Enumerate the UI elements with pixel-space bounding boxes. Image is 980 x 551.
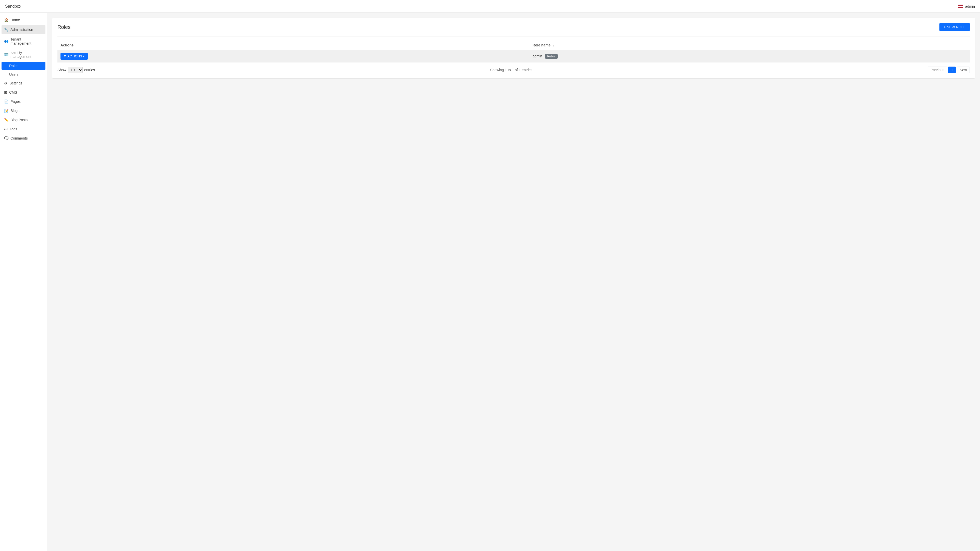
sort-icon: ↕ bbox=[552, 44, 554, 47]
sidebar-item-users[interactable]: Users bbox=[0, 70, 47, 79]
sidebar-item-home[interactable]: 🏠 Home bbox=[0, 15, 47, 24]
entries-label: entries bbox=[84, 68, 95, 72]
role-name-text: admin bbox=[532, 54, 542, 58]
show-entries: Show 10 25 50 100 entries bbox=[57, 67, 95, 73]
page-title: Roles bbox=[57, 24, 70, 30]
table-body: ⚙ ACTIONS ▾ admin Public bbox=[57, 50, 970, 62]
sidebar-blogs-label: Blogs bbox=[11, 109, 19, 113]
sidebar-item-blog-posts[interactable]: ✏️ Blog Posts bbox=[0, 115, 47, 124]
topnav: Sandbox admin bbox=[0, 0, 980, 13]
table-footer: Show 10 25 50 100 entries Showing 1 to 1… bbox=[57, 67, 970, 73]
wrench-icon: 🔧 bbox=[4, 27, 8, 32]
brand-logo: Sandbox bbox=[5, 4, 21, 9]
actions-button[interactable]: ⚙ ACTIONS ▾ bbox=[60, 53, 88, 60]
sidebar-tenant-label: Tenant management bbox=[11, 37, 43, 45]
sidebar-item-tags[interactable]: 🏷 Tags bbox=[0, 124, 47, 134]
divider bbox=[57, 36, 970, 37]
username-label: admin bbox=[965, 4, 975, 8]
col-role-name: Role name ↕ bbox=[529, 41, 970, 50]
sidebar-administration-label: Administration bbox=[11, 27, 33, 32]
show-label: Show bbox=[57, 68, 66, 72]
main-content: Roles + NEW ROLE Actions Role name ↕ bbox=[47, 13, 980, 551]
entries-info: Showing 1 to 1 of 1 entries bbox=[490, 68, 533, 72]
row-actions-cell: ⚙ ACTIONS ▾ bbox=[57, 50, 529, 62]
table-wrapper: Actions Role name ↕ ⚙ ACTIONS ▾ bbox=[57, 41, 970, 62]
layout: 🏠 Home 🔧 Administration 👥 Tenant managem… bbox=[0, 13, 980, 551]
blog-posts-icon: ✏️ bbox=[4, 118, 8, 122]
sidebar-users-label: Users bbox=[9, 73, 19, 76]
sidebar-comments-label: Comments bbox=[11, 136, 28, 140]
new-role-button[interactable]: + NEW ROLE bbox=[939, 23, 970, 31]
row-role-name-cell: admin Public bbox=[529, 50, 970, 62]
sidebar-identity-label: Identity management bbox=[11, 51, 43, 59]
blogs-icon: 📝 bbox=[4, 109, 8, 113]
sidebar-cms-label: CMS bbox=[9, 90, 17, 94]
previous-button[interactable]: Previous bbox=[928, 67, 947, 73]
sidebar-settings-label: Settings bbox=[10, 81, 22, 85]
sidebar-item-blogs[interactable]: 📝 Blogs bbox=[0, 106, 47, 115]
language-flag-icon bbox=[958, 5, 963, 8]
settings-icon: ⚙ bbox=[4, 81, 7, 85]
identity-icon: 🪪 bbox=[4, 52, 8, 57]
sidebar-item-settings[interactable]: ⚙ Settings bbox=[0, 79, 47, 88]
table-header: Actions Role name ↕ bbox=[57, 41, 970, 50]
table-header-row: Actions Role name ↕ bbox=[57, 41, 970, 50]
sidebar-item-administration[interactable]: 🔧 Administration bbox=[2, 25, 45, 34]
page-card: Roles + NEW ROLE Actions Role name ↕ bbox=[52, 18, 975, 78]
page-header: Roles + NEW ROLE bbox=[57, 23, 970, 31]
sidebar: 🏠 Home 🔧 Administration 👥 Tenant managem… bbox=[0, 13, 47, 551]
sidebar-blog-posts-label: Blog Posts bbox=[11, 118, 27, 122]
home-icon: 🏠 bbox=[4, 18, 8, 22]
sidebar-roles-label: Roles bbox=[9, 64, 18, 68]
sidebar-tags-label: Tags bbox=[10, 127, 18, 131]
entries-select[interactable]: 10 25 50 100 bbox=[68, 67, 83, 73]
tenant-icon: 👥 bbox=[4, 39, 8, 43]
pages-icon: 📄 bbox=[4, 100, 8, 103]
user-menu[interactable]: admin bbox=[958, 4, 975, 8]
sidebar-item-home-label: Home bbox=[11, 18, 20, 22]
sidebar-item-identity-management[interactable]: 🪪 Identity management bbox=[0, 48, 47, 61]
role-badge: Public bbox=[545, 54, 558, 59]
sidebar-item-pages[interactable]: 📄 Pages bbox=[0, 97, 47, 106]
cms-icon: ⊞ bbox=[4, 90, 7, 94]
comments-icon: 💬 bbox=[4, 136, 8, 140]
next-button[interactable]: Next bbox=[957, 67, 970, 73]
sidebar-item-comments[interactable]: 💬 Comments bbox=[0, 134, 47, 143]
roles-table: Actions Role name ↕ ⚙ ACTIONS ▾ bbox=[57, 41, 970, 62]
table-row: ⚙ ACTIONS ▾ admin Public bbox=[57, 50, 970, 62]
sidebar-item-cms[interactable]: ⊞ CMS bbox=[0, 88, 47, 97]
tags-icon: 🏷 bbox=[4, 127, 8, 131]
page-1-button[interactable]: 1 bbox=[948, 67, 956, 73]
col-actions: Actions bbox=[57, 41, 529, 50]
pagination: Previous 1 Next bbox=[928, 67, 970, 73]
sidebar-item-tenant-management[interactable]: 👥 Tenant management bbox=[0, 35, 47, 48]
sidebar-item-roles[interactable]: Roles bbox=[2, 62, 45, 70]
sidebar-pages-label: Pages bbox=[11, 100, 21, 103]
